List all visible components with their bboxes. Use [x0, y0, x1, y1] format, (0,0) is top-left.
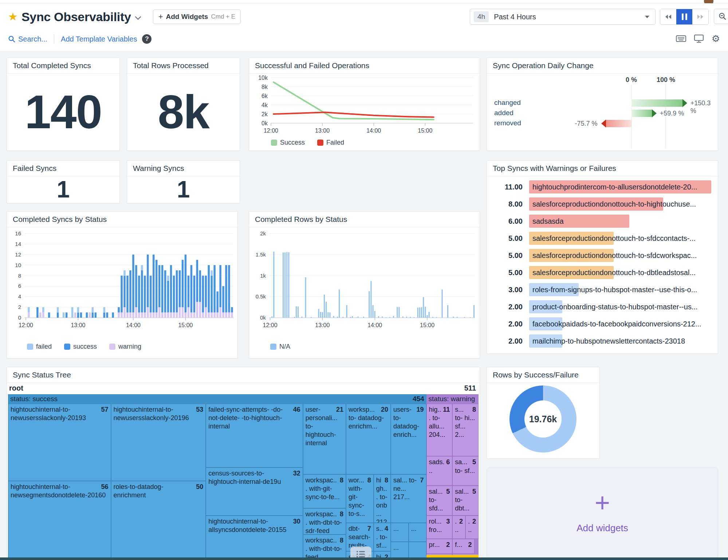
- widget-sync-status-tree[interactable]: Sync Status Tree root 511 status: succes…: [7, 367, 480, 560]
- treemap-cell[interactable]: 4s... to- sf...: [374, 523, 391, 551]
- legend-item[interactable]: Success: [271, 139, 305, 146]
- rewind-icon: [665, 14, 672, 20]
- toplist-label: hightouchprodintercom-to-allusersdonotde…: [529, 180, 697, 194]
- rewind-button[interactable]: [660, 9, 676, 24]
- treemap-group: status: success45457hightouchinternal-to…: [8, 394, 426, 560]
- legend-item[interactable]: N/A: [270, 343, 290, 351]
- add-template-variables-link[interactable]: Add Template Variables: [61, 35, 137, 43]
- treemap-cell[interactable]: 3rol... fro...: [426, 516, 453, 539]
- treemap-cell[interactable]: 32census-sources-to-hightouch-internal-d…: [206, 467, 303, 515]
- treemap-cell[interactable]: 8s... to- hi... sf... 2...: [452, 404, 479, 456]
- legend-item[interactable]: Failed: [317, 139, 344, 146]
- toplist-row[interactable]: 2.00mailchimp-to-hubspotnewslettercontac…: [493, 334, 712, 348]
- treemap-cell[interactable]: 19users-to- datadog- enrich...: [391, 404, 426, 474]
- treemap-cell[interactable]: 5sal... to- dbt...: [452, 486, 479, 516]
- widget-title: Top Syncs with Warnings or Failures: [487, 161, 718, 176]
- treemap-cell[interactable]: ...: [409, 523, 426, 542]
- toplist-label: product-onboarding-status-to-hubspot-mas…: [529, 299, 698, 314]
- widget-sync-operation-daily-change[interactable]: Sync Operation Daily Change 0 % 100 % ch…: [487, 58, 718, 151]
- keyboard-icon[interactable]: [676, 35, 686, 42]
- treemap-cell[interactable]: 2...: [465, 516, 479, 539]
- add-widgets-panel-label: Add widgets: [577, 522, 628, 534]
- treemap-group-header[interactable]: status: success454: [8, 394, 426, 404]
- add-widgets-shortcut: Cmd + E: [211, 13, 235, 20]
- treemap-cell[interactable]: 20worksp... to- datadog- enrichm...: [346, 404, 391, 474]
- widget-total-rows-processed[interactable]: Total Rows Processed 8k: [127, 58, 240, 151]
- change-row-label[interactable]: added: [494, 109, 513, 117]
- treemap-cell[interactable]: 2f...: [452, 539, 474, 554]
- widget-rows-by-success-failure[interactable]: Rows by Success/Failure 19.76k: [487, 367, 600, 459]
- chevron-down-icon[interactable]: [135, 16, 141, 20]
- widget-successful-failed-operations[interactable]: Successful and Failed Operations 0k2k4k6…: [249, 58, 480, 151]
- treemap-cell[interactable]: 8high... to- onb... 21222: [374, 474, 391, 523]
- treemap-cell[interactable]: 8wor... with- git- sync- to-s...: [346, 474, 374, 523]
- toplist-value: 3.00: [493, 282, 523, 297]
- toplist-row[interactable]: 5.00salesforceproductiondonottouch-to-sf…: [493, 248, 712, 263]
- axis-label-zero: 0 %: [626, 76, 637, 84]
- treemap-cell[interactable]: 6sads...: [426, 456, 453, 485]
- zoom-out-button[interactable]: [714, 9, 728, 24]
- add-widgets-button[interactable]: + Add Widgets Cmd + E: [153, 9, 241, 24]
- treemap-cell[interactable]: 7sal... to- ne... 217...: [391, 474, 426, 523]
- toplist-row[interactable]: 3.00roles-from-signups-to-hubspot-master…: [493, 282, 712, 297]
- treemap-cell[interactable]: 8workspac... with-dbt-to- sdr-feed: [303, 508, 346, 534]
- toplist-row[interactable]: 2.00facebookpaidads-to-facebookpaidconve…: [493, 317, 712, 331]
- change-bar: [606, 120, 631, 127]
- toplist-value: 2.00: [493, 299, 523, 314]
- legend-item[interactable]: success: [64, 343, 97, 351]
- time-range-selector[interactable]: 4h Past 4 Hours: [470, 9, 656, 25]
- pause-button[interactable]: [676, 9, 692, 24]
- widget-title: Sync Operation Daily Change: [487, 58, 718, 74]
- treemap-cell[interactable]: 53hightouchinternal-to-newusersslackonly…: [111, 404, 206, 481]
- widget-failed-syncs[interactable]: Failed Syncs 1: [7, 160, 120, 203]
- divider: [54, 34, 54, 44]
- treemap-cell[interactable]: 2pr...: [426, 539, 453, 554]
- treemap-cell[interactable]: 56hightouchinternal-to-newsegmentsdonotd…: [8, 481, 111, 560]
- legend-item[interactable]: warning: [109, 343, 141, 351]
- treemap-cell[interactable]: 11hig... to- allu... 204...: [426, 404, 453, 456]
- treemap-cell[interactable]: 5sal... to- sfd...: [426, 486, 453, 516]
- search-control[interactable]: Search...: [8, 35, 47, 43]
- treemap-cell[interactable]: ...: [391, 523, 409, 542]
- treemap-cell[interactable]: 8workspac... with-dbt-to- feed: [303, 534, 346, 560]
- widget-title: Total Completed Syncs: [7, 58, 119, 74]
- treemap-group-header[interactable]: status: warning55: [426, 394, 479, 404]
- toplist-label: sadsasda: [529, 214, 564, 228]
- toplist-value: 5.00: [493, 265, 523, 280]
- widget-completed-syncs-by-status[interactable]: Completed Syncs by Status 02468101214161…: [7, 211, 238, 359]
- toplist-row[interactable]: 8.00salesforceproductiondonottouch-to-hi…: [493, 197, 712, 211]
- dashboard-canvas: Total Completed Syncs 140 Total Rows Pro…: [0, 51, 728, 560]
- toplist-row[interactable]: 11.00hightouchprodintercom-to-allusersdo…: [493, 180, 712, 194]
- widget-top-syncs[interactable]: Top Syncs with Warnings or Failures 11.0…: [487, 160, 718, 354]
- help-icon[interactable]: ?: [142, 34, 151, 44]
- legend-swatch: [109, 344, 115, 350]
- treemap: status: success45457hightouchinternal-to…: [8, 394, 479, 560]
- screen-icon[interactable]: [694, 35, 704, 43]
- toplist-row[interactable]: 6.00sadsasda: [493, 214, 712, 228]
- toplist-value: 6.00: [493, 214, 523, 228]
- treemap-cell[interactable]: 30hightouchinternal-to-allsyncsdonotdele…: [206, 516, 303, 560]
- treemap-cell[interactable]: 5sa... to- sf...: [452, 456, 479, 485]
- toplist-row[interactable]: 5.00salesforceproductiondonottouch-to-sf…: [493, 231, 712, 246]
- toplist-label: salesforceproductiondonottouch-to-highto…: [529, 197, 696, 211]
- change-row-label[interactable]: removed: [494, 119, 521, 127]
- treemap-cell[interactable]: 57hightouchinternal-to-newusersslackonly…: [8, 404, 111, 481]
- treemap-cell[interactable]: 46failed-sync-attempts- -do-not-delete- …: [206, 404, 303, 467]
- legend-item[interactable]: failed: [27, 343, 52, 351]
- toplist-row[interactable]: 2.00product-onboarding-status-to-hubspot…: [493, 299, 712, 314]
- widget-completed-rows-by-status[interactable]: Completed Rows by Status 0k0.5k1k1.5k2k1…: [249, 211, 480, 359]
- gear-icon[interactable]: ⚙: [712, 34, 720, 43]
- toplist-row[interactable]: 5.00salesforceproductiondonottouch-to-db…: [493, 265, 712, 280]
- treemap-cell[interactable]: 21user- personali... to- hightouch- inte…: [303, 404, 346, 474]
- favorite-star-icon[interactable]: ★: [8, 11, 18, 22]
- change-row-label[interactable]: changed: [494, 99, 521, 107]
- treemap-cell[interactable]: 8workspac... with-git- sync-to-fe...: [303, 474, 346, 508]
- add-widgets-panel[interactable]: + Add widgets: [487, 467, 718, 559]
- fast-forward-button[interactable]: [692, 9, 708, 24]
- treemap-cell[interactable]: 50roles-to-datadog-enrichment: [111, 481, 206, 560]
- widget-total-completed-syncs[interactable]: Total Completed Syncs 140: [7, 58, 120, 151]
- treemap-cell[interactable]: 2...: [452, 516, 465, 539]
- chart-legend: failedsuccesswarning: [27, 343, 141, 351]
- widget-warning-syncs[interactable]: Warning Syncs 1: [127, 160, 240, 203]
- toplist-label: roles-from-signups-to-hubspot-master--us…: [529, 282, 697, 297]
